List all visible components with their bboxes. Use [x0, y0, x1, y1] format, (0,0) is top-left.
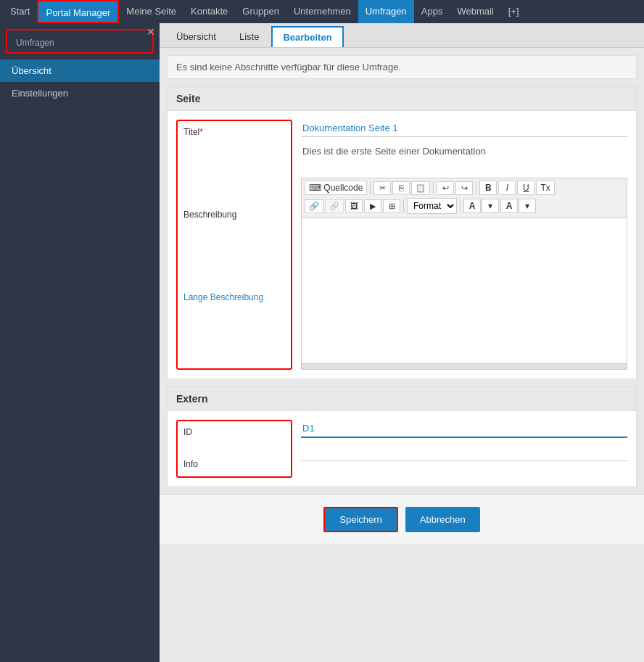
nav-webmail[interactable]: Webmail [450, 0, 500, 23]
source-icon: ⌨ [309, 183, 321, 193]
extern-section-header: Extern [168, 387, 636, 411]
seite-right-panel: Dies ist die erste Seite einer Dokumenta… [301, 120, 627, 370]
font-color-button[interactable]: A [463, 199, 481, 213]
rte-scrollbar[interactable] [302, 363, 627, 369]
nav-umfragen[interactable]: Umfragen [358, 0, 414, 23]
content-area: Übersicht Liste Bearbeiten Es sind keine… [160, 23, 644, 662]
sidebar-section-title: Umfragen [6, 29, 154, 54]
close-icon[interactable]: ✕ [146, 26, 155, 38]
nav-apps[interactable]: Apps [414, 0, 450, 23]
rte-redo-btn[interactable]: ↪ [455, 181, 473, 195]
beschreibung-label: Beschreibung [183, 210, 285, 220]
nav-unternehmen[interactable]: Unternehmen [286, 0, 358, 23]
rte-paste-btn[interactable]: 📋 [411, 181, 430, 195]
sidebar: ✕ Umfragen Übersicht Einstellungen [0, 23, 160, 662]
rte-bg-color-btn[interactable]: A ▾ [500, 199, 536, 213]
bg-color-button[interactable]: A [500, 199, 518, 213]
extern-section: Extern ID Info [167, 386, 637, 487]
notice-bar: Es sind keine Abschnitte verfügbar für d… [167, 55, 637, 79]
beschreibung-display: Dies ist die erste Seite einer Dokumenta… [301, 143, 627, 172]
seite-labels-panel: Titel Beschreibung Lange Beschreibung [176, 120, 292, 370]
extern-info-input[interactable] [301, 444, 627, 461]
rte-toolbar-row1: ⌨ Quellcode ✂ ⎘ 📋 ↩ ↪ [305, 181, 624, 195]
rte-video-btn[interactable]: ▶ [364, 199, 381, 213]
rte-undo-btn[interactable]: ↩ [437, 181, 454, 195]
nav-gruppen[interactable]: Gruppen [235, 0, 286, 23]
rte-toolbar-row2: 🔗 🔗 🖼 ▶ ⊞ Format [305, 198, 624, 214]
extern-right-panel [301, 420, 627, 478]
rte-underline-btn[interactable]: U [517, 181, 534, 195]
seite-section-header: Seite [168, 87, 636, 111]
top-navigation: Start Portal Manager Meine Seite Kontakt… [0, 0, 644, 23]
nav-plus[interactable]: [+] [501, 0, 527, 23]
seite-section: Seite Titel Beschreibung Lange Beschreib… [167, 86, 637, 379]
extern-labels-panel: ID Info [176, 420, 292, 478]
rte-quellcode-btn[interactable]: ⌨ Quellcode [305, 181, 367, 195]
extern-id-input[interactable] [301, 420, 627, 438]
toolbar-divider-3 [476, 181, 476, 194]
extern-section-body: ID Info [168, 411, 636, 487]
main-layout: ✕ Umfragen Übersicht Einstellungen Übers… [0, 23, 644, 662]
save-button[interactable]: Speichern [323, 507, 398, 532]
rte-toolbar: ⌨ Quellcode ✂ ⎘ 📋 ↩ ↪ [302, 178, 627, 218]
font-color-arrow-btn[interactable]: ▾ [482, 199, 499, 213]
tab-liste[interactable]: Liste [228, 26, 270, 47]
toolbar-divider-1 [370, 181, 371, 194]
titel-label: Titel [183, 127, 285, 137]
tab-bearbeiten[interactable]: Bearbeiten [271, 26, 343, 47]
nav-start[interactable]: Start [3, 0, 37, 23]
rte-image-btn[interactable]: 🖼 [345, 199, 363, 212]
rte-table-btn[interactable]: ⊞ [383, 199, 400, 213]
nav-meine-seite[interactable]: Meine Seite [119, 0, 183, 23]
tab-ubersicht[interactable]: Übersicht [165, 26, 227, 47]
nav-portal-manager[interactable]: Portal Manager [37, 0, 119, 23]
rte-cut-btn[interactable]: ✂ [373, 181, 391, 195]
nav-kontakte[interactable]: Kontakte [183, 0, 235, 23]
bg-color-arrow-btn[interactable]: ▾ [519, 199, 536, 213]
rte-link-btn[interactable]: 🔗 [305, 199, 323, 213]
sub-tabs: Übersicht Liste Bearbeiten [160, 23, 644, 48]
extern-info-label: Info [183, 459, 285, 469]
titel-input[interactable] [301, 120, 627, 137]
seite-section-body: Titel Beschreibung Lange Beschreibung Di… [168, 111, 636, 378]
rte-font-color-btn[interactable]: A ▾ [463, 199, 499, 213]
rte-body[interactable] [302, 218, 627, 363]
rte-container: ⌨ Quellcode ✂ ⎘ 📋 ↩ ↪ [301, 178, 627, 370]
sidebar-item-einstellungen[interactable]: Einstellungen [0, 82, 160, 104]
rte-format-select[interactable]: Format [407, 198, 457, 214]
action-bar: Speichern Abbrechen [160, 495, 644, 544]
toolbar-divider-5 [460, 199, 461, 212]
sidebar-item-ubersicht[interactable]: Übersicht [0, 59, 160, 82]
rte-italic-btn[interactable]: I [498, 181, 516, 195]
extern-id-label: ID [183, 427, 285, 437]
rte-strikethrough-btn[interactable]: Tx [536, 181, 554, 195]
lange-beschreibung-link[interactable]: Lange Beschreibung [183, 292, 285, 302]
toolbar-divider-4 [403, 199, 404, 212]
cancel-button[interactable]: Abbrechen [405, 507, 480, 532]
rte-copy-btn[interactable]: ⎘ [392, 181, 410, 194]
rte-unlink-btn[interactable]: 🔗 [325, 199, 344, 213]
rte-bold-btn[interactable]: B [479, 181, 497, 195]
toolbar-divider-2 [433, 181, 434, 194]
